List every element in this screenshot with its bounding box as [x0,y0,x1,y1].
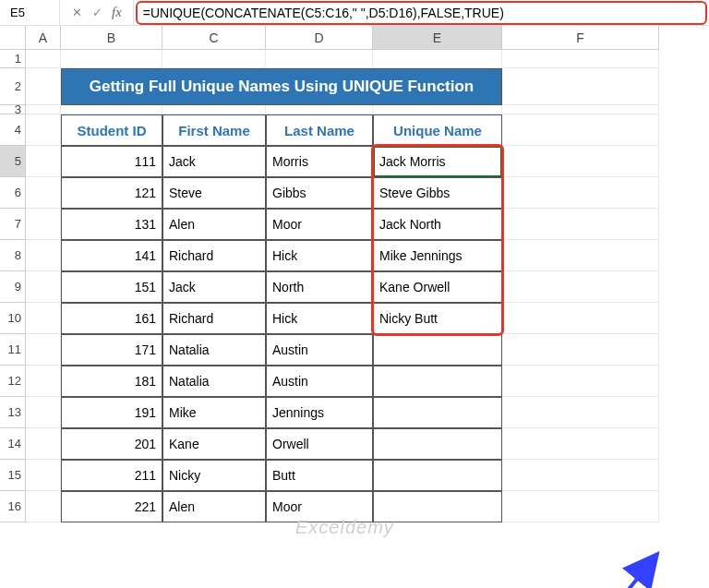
row-header-12[interactable]: 12 [0,366,26,397]
cell-B1[interactable] [61,50,162,68]
row-header-8[interactable]: 8 [0,240,26,271]
row-header-6[interactable]: 6 [0,177,26,209]
cell-unique-11[interactable] [373,334,502,366]
row-header-10[interactable]: 10 [0,303,26,334]
cell-F6[interactable] [502,177,659,209]
cell-F7[interactable] [502,209,659,240]
cancel-formula-button[interactable]: ✕ [67,4,86,22]
cell-F4[interactable] [502,114,659,146]
cell-A7[interactable] [26,209,61,240]
cell-A3[interactable] [26,105,61,114]
cell-id-5[interactable]: 111 [61,146,162,177]
cell-A13[interactable] [26,397,61,428]
cell-id-11[interactable]: 171 [61,334,162,366]
cell-first-15[interactable]: Nicky [162,460,266,491]
cell-last-14[interactable]: Orwell [266,428,373,460]
cell-unique-13[interactable] [373,397,502,428]
cell-D1[interactable] [266,50,373,68]
cell-last-15[interactable]: Butt [266,460,373,491]
row-header-16[interactable]: 16 [0,491,26,522]
cell-last-11[interactable]: Austin [266,334,373,366]
col-header-B[interactable]: B [61,26,162,50]
row-header-11[interactable]: 11 [0,334,26,366]
cell-unique-14[interactable] [373,428,502,460]
cell-id-9[interactable]: 151 [61,271,162,303]
cell-first-9[interactable]: Jack [162,271,266,303]
cell-id-12[interactable]: 181 [61,366,162,397]
cell-A6[interactable] [26,177,61,209]
cell-unique-9[interactable]: Kane Orwell [373,271,502,303]
col-header-E[interactable]: E [373,26,502,50]
col-header-F[interactable]: F [502,26,659,50]
cell-first-16[interactable]: Alen [162,491,266,522]
cell-F1[interactable] [502,50,659,68]
formula-bar[interactable]: =UNIQUE(CONCATENATE(C5:C16," ",D5:D16),F… [136,1,707,25]
cell-A1[interactable] [26,50,61,68]
cell-F12[interactable] [502,366,659,397]
cell-last-16[interactable]: Moor [266,491,373,522]
cell-A2[interactable] [26,68,61,105]
cell-unique-8[interactable]: Mike Jennings [373,240,502,271]
cell-F14[interactable] [502,428,659,460]
cell-last-7[interactable]: Moor [266,209,373,240]
cell-A11[interactable] [26,334,61,366]
cell-F16[interactable] [502,491,659,522]
cell-F9[interactable] [502,271,659,303]
cell-last-10[interactable]: Hick [266,303,373,334]
row-header-5[interactable]: 5 [0,146,26,177]
cell-first-8[interactable]: Richard [162,240,266,271]
cell-last-9[interactable]: North [266,271,373,303]
cell-A8[interactable] [26,240,61,271]
col-header-C[interactable]: C [162,26,266,50]
row-header-7[interactable]: 7 [0,209,26,240]
col-header-A[interactable]: A [26,26,61,50]
cell-first-5[interactable]: Jack [162,146,266,177]
cell-id-14[interactable]: 201 [61,428,162,460]
col-header-D[interactable]: D [266,26,373,50]
cell-F2[interactable] [502,68,659,105]
cell-id-10[interactable]: 161 [61,303,162,334]
cell-D3[interactable] [266,105,373,114]
cell-last-13[interactable]: Jennings [266,397,373,428]
cell-B3[interactable] [61,105,162,114]
header-first-name[interactable]: First Name [162,114,266,146]
row-header-14[interactable]: 14 [0,428,26,460]
row-header-4[interactable]: 4 [0,114,26,146]
cell-unique-12[interactable] [373,366,502,397]
row-header-1[interactable]: 1 [0,50,26,68]
cell-first-12[interactable]: Natalia [162,366,266,397]
cell-unique-15[interactable] [373,460,502,491]
cell-E3[interactable] [373,105,502,114]
cell-F5[interactable] [502,146,659,177]
cell-id-15[interactable]: 211 [61,460,162,491]
cell-A12[interactable] [26,366,61,397]
cell-A10[interactable] [26,303,61,334]
cell-A4[interactable] [26,114,61,146]
cell-F15[interactable] [502,460,659,491]
cell-E1[interactable] [373,50,502,68]
cell-first-11[interactable]: Natalia [162,334,266,366]
cell-C3[interactable] [162,105,266,114]
commit-formula-button[interactable]: ✓ [88,4,106,22]
cell-F10[interactable] [502,303,659,334]
cell-unique-5[interactable]: Jack Morris [373,146,502,177]
cell-first-14[interactable]: Kane [162,428,266,460]
cell-id-7[interactable]: 131 [61,209,162,240]
cell-unique-6[interactable]: Steve Gibbs [373,177,502,209]
cell-C1[interactable] [162,50,266,68]
cell-A15[interactable] [26,460,61,491]
cell-A9[interactable] [26,271,61,303]
cell-first-7[interactable]: Alen [162,209,266,240]
cell-last-6[interactable]: Gibbs [266,177,373,209]
cell-first-6[interactable]: Steve [162,177,266,209]
cell-last-12[interactable]: Austin [266,366,373,397]
cell-first-13[interactable]: Mike [162,397,266,428]
row-header-15[interactable]: 15 [0,460,26,491]
row-header-3[interactable]: 3 [0,105,26,114]
cell-F11[interactable] [502,334,659,366]
header-last-name[interactable]: Last Name [266,114,373,146]
cell-unique-7[interactable]: Jack North [373,209,502,240]
insert-function-button[interactable]: fx [108,5,126,20]
cell-id-16[interactable]: 221 [61,491,162,522]
row-header-2[interactable]: 2 [0,68,26,105]
